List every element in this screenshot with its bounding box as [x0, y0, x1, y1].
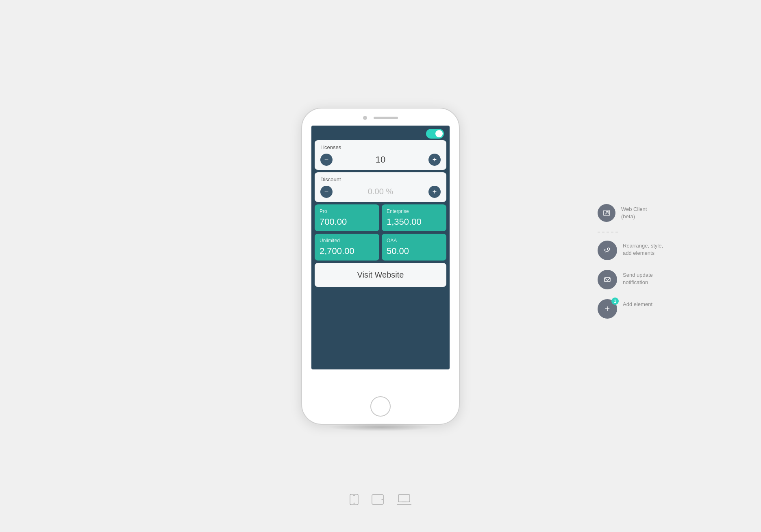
web-client-label: Web Client (beta): [621, 204, 662, 220]
licenses-card: Licenses − 10 +: [315, 140, 446, 170]
discount-decrement-button[interactable]: −: [320, 186, 333, 198]
svg-point-10: [607, 248, 610, 250]
pricing-card-enterprise[interactable]: Enterprise 1,350.00: [382, 204, 446, 231]
phone-screen: Licenses − 10 + Discount − 0.00 % +: [311, 126, 450, 369]
rearrange-icon: [598, 241, 617, 260]
send-notification-label: Send update notification: [623, 270, 663, 286]
pricing-value: 1,350.00: [387, 217, 441, 227]
phone-top-bar: [302, 109, 459, 120]
device-icons: [350, 494, 411, 508]
svg-point-4: [382, 499, 383, 500]
discount-label: Discount: [320, 176, 441, 182]
licenses-value: 10: [376, 154, 385, 165]
tablet-icon[interactable]: [372, 494, 384, 507]
action-badge: 1: [611, 297, 619, 305]
pricing-card-pro[interactable]: Pro 700.00: [315, 204, 379, 231]
svg-rect-5: [398, 495, 410, 502]
visit-website-button[interactable]: Visit Website: [315, 263, 446, 287]
screen-content: Licenses − 10 + Discount − 0.00 % +: [311, 126, 450, 369]
phone-icon[interactable]: [350, 494, 359, 508]
licenses-label: Licenses: [320, 144, 441, 150]
pricing-value: 2,700.00: [320, 246, 374, 256]
phone-shadow: [328, 423, 433, 431]
svg-rect-11: [604, 278, 610, 282]
pricing-label: OAA: [387, 238, 441, 243]
web-client-icon: [598, 204, 615, 222]
svg-line-9: [605, 211, 608, 214]
action-web-client[interactable]: Web Client (beta): [598, 204, 663, 222]
rearrange-label: Rearrange, style, add elements: [623, 241, 663, 257]
pricing-label: Unlimited: [320, 238, 374, 243]
pricing-card-unlimited[interactable]: Unlimited 2,700.00: [315, 234, 379, 261]
panel-divider: [598, 232, 618, 232]
add-element-label: Add element: [623, 299, 652, 308]
add-element-icon: + 1: [598, 299, 617, 319]
phone-camera: [363, 116, 367, 120]
pricing-card-oaa[interactable]: OAA 50.00: [382, 234, 446, 261]
discount-stepper: − 0.00 % +: [320, 186, 441, 198]
discount-value: 0.00 %: [368, 187, 393, 196]
phone-home-button[interactable]: [370, 396, 391, 417]
phone-shell: Licenses − 10 + Discount − 0.00 % +: [301, 108, 460, 425]
pricing-grid: Pro 700.00 Enterprise 1,350.00 Unlimited…: [315, 204, 446, 261]
licenses-decrement-button[interactable]: −: [320, 154, 333, 166]
pricing-label: Enterprise: [387, 208, 441, 214]
discount-increment-button[interactable]: +: [428, 186, 441, 198]
phone-speaker: [374, 117, 398, 119]
licenses-increment-button[interactable]: +: [428, 154, 441, 166]
action-rearrange[interactable]: Rearrange, style, add elements: [598, 241, 663, 260]
send-notification-icon: [598, 270, 617, 289]
discount-card: Discount − 0.00 % +: [315, 172, 446, 202]
action-add-element[interactable]: + 1 Add element: [598, 299, 663, 319]
toggle-area: [311, 126, 450, 140]
pricing-value: 700.00: [320, 217, 374, 227]
right-panel: Web Client (beta) Rearrange, style, add …: [598, 204, 663, 328]
laptop-icon[interactable]: [397, 494, 411, 507]
pricing-label: Pro: [320, 208, 374, 214]
licenses-stepper: − 10 +: [320, 154, 441, 166]
scene: Licenses − 10 + Discount − 0.00 % +: [0, 0, 761, 532]
toggle-switch[interactable]: [426, 129, 444, 139]
svg-point-1: [354, 503, 355, 504]
action-send-notification[interactable]: Send update notification: [598, 270, 663, 289]
pricing-value: 50.00: [387, 246, 441, 256]
